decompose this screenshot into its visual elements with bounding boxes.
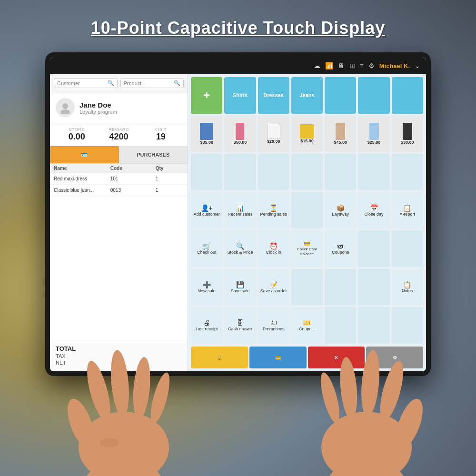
product-jeans[interactable]: $35.00 xyxy=(191,116,222,152)
add-product-button[interactable]: + xyxy=(191,77,222,114)
tax-line: TAX xyxy=(56,353,182,359)
item-code: 101 xyxy=(110,176,156,181)
customer-program: Loyalty program xyxy=(79,109,117,115)
customer-search-box[interactable]: 🔍 xyxy=(54,78,118,88)
empty-14 xyxy=(358,307,389,344)
product-pink-dress[interactable]: $50.00 xyxy=(224,116,256,152)
left-panel: 🔍 🔍 Jane Do xyxy=(50,74,188,371)
product-search-box[interactable]: 🔍 xyxy=(120,78,184,88)
category-jeans[interactable]: Jeans xyxy=(291,77,323,114)
category-4[interactable] xyxy=(325,77,356,114)
item-code: 0013 xyxy=(110,188,156,193)
total-line: TOTAL xyxy=(56,345,182,352)
customer-search-icon: 🔍 xyxy=(108,80,114,86)
empty-5 xyxy=(325,154,356,190)
layaway-button[interactable]: 📦 Layaway xyxy=(325,192,356,229)
svg-point-0 xyxy=(62,103,68,109)
tab-id[interactable]: 🪪 xyxy=(50,146,119,163)
cancel-button[interactable]: ✕ xyxy=(308,347,365,368)
dropdown-icon[interactable]: ⌄ xyxy=(415,62,420,69)
save-sale-button[interactable]: 💾 Save sale xyxy=(224,269,256,306)
svg-point-1 xyxy=(60,109,70,114)
customer-name: Jane Doe xyxy=(79,101,117,109)
pending-sales-button[interactable]: ⏳ Pending sales xyxy=(258,192,289,229)
net-label: NET xyxy=(56,360,66,366)
clock-in-button[interactable]: ⏰ Clock in xyxy=(258,230,289,267)
empty-15 xyxy=(392,307,423,344)
col-qty: Qty xyxy=(156,166,184,171)
screen: ☁ 📶 🖥 ⊞ ≡ ⚙ Michael K. ⌄ 🔍 xyxy=(50,57,426,371)
stock-price-button[interactable]: 🔍 Stock & Price xyxy=(224,230,256,267)
total-label: TOTAL xyxy=(56,345,76,352)
customer-search-input[interactable] xyxy=(57,80,106,86)
reward-value: 4200 xyxy=(98,132,139,142)
category-5[interactable] xyxy=(358,77,389,114)
col-code: Code xyxy=(110,166,156,171)
empty-10 xyxy=(291,269,323,306)
category-dresses[interactable]: Dresses xyxy=(258,77,289,114)
payment-row: 🔒 💳 ✕ ⚙ xyxy=(188,347,426,371)
checkout-button[interactable]: 🛒 Check out xyxy=(191,230,222,267)
category-6[interactable] xyxy=(392,77,423,114)
empty-3 xyxy=(258,154,289,190)
product-beige[interactable]: $45.00 xyxy=(325,116,356,152)
cash-drawer-button[interactable]: 🗄 Cash drawer xyxy=(224,307,256,344)
visit-value: 19 xyxy=(140,132,182,142)
col-name: Name xyxy=(54,166,110,171)
stat-reward: REWARD 4200 xyxy=(98,127,139,142)
empty-4 xyxy=(291,154,323,190)
visit-label: VISIT xyxy=(140,127,182,132)
customer-info: Jane Doe Loyalty program xyxy=(50,92,188,123)
card-payment-button[interactable]: 💳 xyxy=(249,347,307,368)
add-customer-button[interactable]: 👤+ Add customer xyxy=(191,192,222,229)
empty-1 xyxy=(191,154,222,190)
signal-icon: 📶 xyxy=(325,62,333,69)
tabs-row: 🪪 PURCHASES xyxy=(50,146,188,164)
tab-purchases[interactable]: PURCHASES xyxy=(119,146,188,163)
monitor: ☁ 📶 🖥 ⊞ ≡ ⚙ Michael K. ⌄ 🔍 xyxy=(45,52,431,376)
last-receipt-button[interactable]: 🖨 Last receipt xyxy=(191,307,222,344)
coupons-button[interactable]: 🎟 Coupons xyxy=(325,230,356,267)
check-card-balance-button[interactable]: 💳 Check Card balance xyxy=(291,230,323,267)
save-as-order-button[interactable]: 📝 Save as order xyxy=(258,269,289,306)
product-black-pants[interactable]: $30.00 xyxy=(392,116,423,152)
tax-label: TAX xyxy=(56,353,66,359)
settings-icon[interactable]: ⚙ xyxy=(368,62,375,69)
notes-button[interactable]: 📋 Notes xyxy=(392,269,423,306)
empty-11 xyxy=(325,269,356,306)
net-line: NET xyxy=(56,360,182,366)
table-header: Name Code Qty xyxy=(50,164,188,173)
total-area: TOTAL TAX NET xyxy=(50,340,188,371)
new-sale-button[interactable]: ➕ New sale xyxy=(191,269,222,306)
layout-icon: ⊞ xyxy=(349,62,355,69)
menu-icon: ≡ xyxy=(360,62,364,69)
product-white-shirt[interactable]: $20.00 xyxy=(258,116,289,152)
search-row: 🔍 🔍 xyxy=(50,74,188,92)
avatar xyxy=(56,98,75,117)
stat-store: STORE 0.00 xyxy=(56,127,98,142)
close-day-button[interactable]: 📅 Close day xyxy=(358,192,389,229)
item-qty: 1 xyxy=(156,176,184,181)
coupons2-button[interactable]: 🎫 Coupo... xyxy=(291,307,323,344)
category-shirts[interactable]: Shirts xyxy=(224,77,256,114)
user-name[interactable]: Michael K. xyxy=(379,62,410,69)
more-options-button[interactable]: ⚙ xyxy=(366,347,423,368)
product-lightblue[interactable]: $25.00 xyxy=(358,116,389,152)
promotions-button[interactable]: 🏷 Promotions xyxy=(258,307,289,344)
empty-7 xyxy=(392,154,423,190)
product-search-input[interactable] xyxy=(124,80,172,86)
product-yellow-shirt[interactable]: $15.00 xyxy=(291,116,323,152)
empty-9 xyxy=(392,230,423,267)
x-report-button[interactable]: 📋 X-report xyxy=(392,192,423,229)
product-grid: + Shirts Dresses Jeans $35.00 $50.00 xyxy=(188,74,426,347)
stat-visit: VISIT 19 xyxy=(140,127,182,142)
empty-action xyxy=(291,192,323,229)
reward-label: REWARD xyxy=(98,127,139,132)
table-row: Classic blue jean... 0013 1 xyxy=(50,185,188,196)
recent-sales-button[interactable]: 📊 Recent sales xyxy=(224,192,256,229)
lock-button[interactable]: 🔒 xyxy=(191,347,248,368)
empty-6 xyxy=(358,154,389,190)
main-content: 🔍 🔍 Jane Do xyxy=(50,74,426,371)
empty-13 xyxy=(325,307,356,344)
store-value: 0.00 xyxy=(56,132,98,142)
